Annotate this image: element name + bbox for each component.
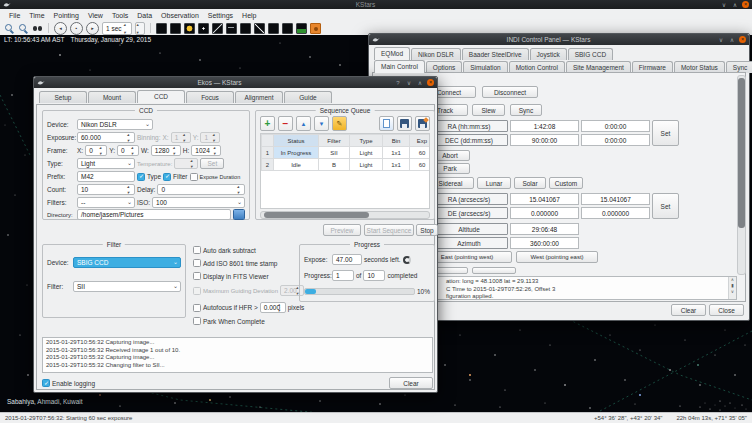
find-object-icon[interactable] bbox=[32, 23, 43, 34]
indi-titlebar[interactable]: INDI Control Panel — KStars ∨ ∧ × bbox=[369, 34, 749, 45]
filter-device-select[interactable]: SBIG CCD bbox=[73, 257, 181, 268]
device-tab-nikon-dslr[interactable]: Nikon DSLR bbox=[411, 48, 461, 60]
add-job-icon[interactable] bbox=[260, 116, 275, 131]
tab-focus[interactable]: Focus bbox=[186, 91, 234, 103]
tab-alignment[interactable]: Alignment bbox=[235, 91, 283, 103]
filter-select[interactable]: SII bbox=[73, 281, 181, 292]
ekos-titlebar[interactable]: Ekos — KStars ? ∨ ∧ × bbox=[34, 77, 437, 88]
close-icon[interactable]: × bbox=[427, 79, 434, 86]
solar-rate-button[interactable]: Solar bbox=[514, 177, 546, 189]
start-sequence-button[interactable]: Start Sequence bbox=[364, 224, 414, 236]
save-sequence-icon[interactable] bbox=[397, 116, 412, 131]
tab-setup[interactable]: Setup bbox=[39, 91, 87, 103]
slew-button[interactable]: Slew bbox=[472, 104, 505, 116]
sequence-hscrollbar[interactable] bbox=[260, 211, 430, 219]
supernovae-toggle-icon[interactable] bbox=[198, 23, 209, 34]
custom-rate-button[interactable]: Custom bbox=[549, 177, 583, 189]
iso-select[interactable]: 100 bbox=[152, 197, 245, 208]
maximize-icon[interactable]: ∧ bbox=[731, 1, 739, 9]
help-icon[interactable]: ? bbox=[394, 79, 402, 87]
device-tab-joystick[interactable]: Joystick bbox=[530, 48, 567, 60]
stop-button[interactable]: Stop bbox=[416, 224, 438, 236]
zoom-out-icon[interactable] bbox=[18, 23, 29, 34]
autofocus-hfr-input[interactable]: 0.000 bbox=[260, 302, 286, 313]
solar-system-toggle-icon[interactable] bbox=[184, 23, 195, 34]
maximize-icon[interactable]: ∧ bbox=[416, 79, 424, 87]
frame-h-input[interactable]: 1024 bbox=[191, 145, 221, 156]
scrollbar-thumb[interactable] bbox=[264, 212, 368, 218]
auto-dark-checkbox[interactable] bbox=[193, 246, 201, 254]
tab-guide[interactable]: Guide bbox=[284, 91, 332, 103]
equatorial-grid-toggle-icon[interactable] bbox=[268, 23, 279, 34]
edit-job-icon[interactable] bbox=[332, 116, 347, 131]
move-job-up-icon[interactable] bbox=[296, 116, 311, 131]
de-rate-target-input[interactable]: 0.000000 bbox=[581, 207, 650, 219]
close-icon[interactable]: × bbox=[739, 36, 746, 43]
autofocus-hfr-checkbox[interactable] bbox=[193, 304, 201, 312]
preview-button[interactable]: Preview bbox=[323, 224, 361, 236]
zoom-in-icon[interactable] bbox=[4, 23, 15, 34]
disconnect-button[interactable]: Disconnect bbox=[482, 86, 538, 98]
menu-data[interactable]: Data bbox=[133, 11, 156, 20]
time-stop-icon[interactable]: ▪ bbox=[70, 22, 83, 35]
bin-header[interactable]: Bin bbox=[383, 135, 410, 147]
spinner-icon[interactable] bbox=[278, 303, 284, 312]
indi-close-button[interactable]: Close bbox=[709, 304, 744, 316]
fits-viewer-checkbox[interactable] bbox=[193, 272, 201, 280]
device-tab-eqmod[interactable]: EQMod bbox=[374, 47, 410, 60]
frame-y-input[interactable]: 0 bbox=[117, 145, 139, 156]
ground-toggle-icon[interactable] bbox=[296, 23, 307, 34]
frame-w-input[interactable]: 1280 bbox=[151, 145, 181, 156]
ekos-clear-button[interactable]: Clear bbox=[389, 377, 433, 389]
indi-clear-button[interactable]: Clear bbox=[671, 304, 706, 316]
move-job-down-icon[interactable] bbox=[314, 116, 329, 131]
spinner-icon[interactable] bbox=[131, 146, 137, 155]
menu-pointing[interactable]: Pointing bbox=[50, 11, 83, 20]
minimize-icon[interactable]: ∨ bbox=[717, 36, 725, 44]
scrollbar-thumb[interactable] bbox=[738, 78, 745, 228]
browse-directory-icon[interactable] bbox=[233, 209, 245, 220]
table-row[interactable]: 1 In Progress SII Light 1x1 60 bbox=[262, 147, 431, 159]
menu-help[interactable]: Help bbox=[238, 11, 260, 20]
lunar-rate-button[interactable]: Lunar bbox=[477, 177, 511, 189]
status-header[interactable]: Status bbox=[274, 135, 319, 147]
whats-interesting-toggle-icon[interactable] bbox=[310, 23, 321, 34]
menu-view[interactable]: View bbox=[84, 11, 107, 20]
exp-header[interactable]: Exp bbox=[410, 135, 431, 147]
tab-mount[interactable]: Mount bbox=[88, 91, 136, 103]
constellation-names-toggle-icon[interactable] bbox=[254, 23, 265, 34]
set-coords-button[interactable]: Set bbox=[652, 120, 679, 146]
menu-file[interactable]: File bbox=[5, 11, 24, 20]
stars-toggle-icon[interactable] bbox=[156, 23, 167, 34]
maximize-icon[interactable]: ∧ bbox=[728, 36, 736, 44]
filters-select[interactable]: -- bbox=[77, 197, 135, 208]
device-tab-baader-steeldrive[interactable]: Baader SteelDrive bbox=[462, 48, 529, 60]
close-icon[interactable]: × bbox=[742, 1, 749, 8]
spinner-icon[interactable] bbox=[99, 146, 105, 155]
time-rewind-icon[interactable]: ◂ bbox=[54, 22, 67, 35]
time-advance-icon[interactable]: ▸ bbox=[86, 22, 99, 35]
save-sequence-as-icon[interactable] bbox=[415, 116, 430, 131]
prefix-input[interactable]: M42 bbox=[77, 171, 135, 182]
remove-job-icon[interactable] bbox=[278, 116, 293, 131]
deep-sky-objects-toggle-icon[interactable] bbox=[170, 23, 181, 34]
time-infobox[interactable]: LT: 10:56:43 AM AST Thursday, January 29… bbox=[4, 36, 151, 43]
exposure-input[interactable]: 60.000 bbox=[77, 132, 135, 143]
ra-rate-target-input[interactable]: 15.041067 bbox=[581, 193, 650, 205]
menu-tools[interactable]: Tools bbox=[108, 11, 132, 20]
delay-input[interactable]: 0 bbox=[157, 184, 245, 195]
device-tab-sbig-ccd[interactable]: SBIG CCD bbox=[568, 48, 613, 60]
dec-target-input[interactable]: 0:00:00 bbox=[581, 134, 650, 146]
ccd-device-select[interactable]: Nikon DSLR bbox=[77, 119, 153, 130]
ekos-log-view[interactable]: 2015-01-29T10:56:32 Capturing image... 2… bbox=[42, 337, 433, 373]
park-when-complete-checkbox[interactable] bbox=[193, 317, 201, 325]
menu-time[interactable]: Time bbox=[25, 11, 48, 20]
frame-type-select[interactable]: Light bbox=[77, 158, 135, 169]
expose-duration-checkbox[interactable] bbox=[190, 173, 198, 181]
time-step-input[interactable]: 1 sec bbox=[102, 22, 132, 35]
table-row[interactable]: 2 Idle B Light 1x1 60 bbox=[262, 159, 431, 171]
log-scrollbar[interactable]: ∧▮∨ bbox=[728, 277, 736, 299]
object-labels-toggle-icon[interactable] bbox=[226, 23, 237, 34]
sync-button[interactable]: Sync bbox=[510, 104, 542, 116]
horizontal-grid-toggle-icon[interactable] bbox=[282, 23, 293, 34]
